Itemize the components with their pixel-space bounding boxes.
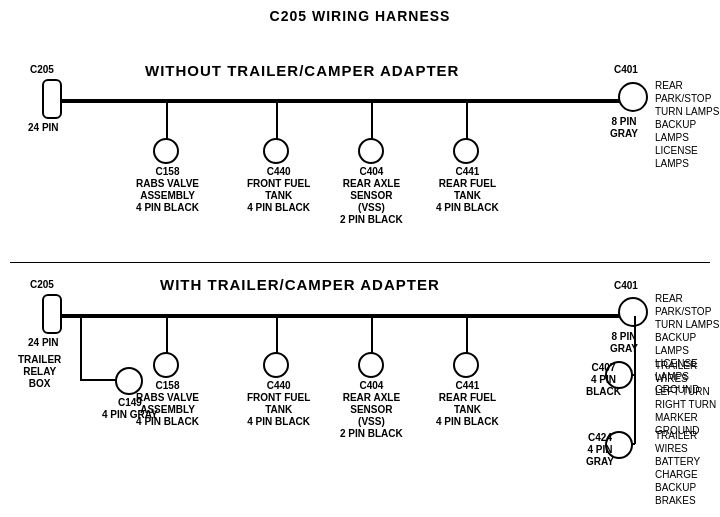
- c158-top-circle: [153, 138, 179, 164]
- c440-bot-vline: [276, 316, 278, 356]
- c404-bot-label: C404REAR AXLESENSOR(VSS)2 PIN BLACK: [340, 380, 403, 440]
- c441-top-vline: [466, 101, 468, 141]
- c407-desc: TRAILER WIRESLEFT TURNRIGHT TURNMARKERGR…: [655, 359, 720, 437]
- c441-bot-circle: [453, 352, 479, 378]
- c158-top-label: C158RABS VALVEASSEMBLY4 PIN BLACK: [136, 166, 199, 214]
- c158-bot-circle: [153, 352, 179, 378]
- c158-top-vline: [166, 101, 168, 141]
- c407-label: C4074 PINBLACK: [586, 362, 621, 398]
- c158-bot-vline: [166, 316, 168, 356]
- c441-top-circle: [453, 138, 479, 164]
- c404-bot-circle: [358, 352, 384, 378]
- c404-top-label: C404REAR AXLESENSOR(VSS)2 PIN BLACK: [340, 166, 403, 226]
- c404-top-vline: [371, 101, 373, 141]
- c407-vline-main: [634, 316, 636, 376]
- c158-bot-label: C158RABS VALVEASSEMBLY4 PIN BLACK: [136, 380, 199, 428]
- c205-top-label: C205: [30, 64, 54, 76]
- main-line-bot: [60, 314, 635, 318]
- c205-bot-rect: [42, 294, 62, 334]
- section1-label: WITHOUT TRAILER/CAMPER ADAPTER: [145, 62, 459, 79]
- c401-top-sublabel: 8 PINGRAY: [610, 116, 638, 140]
- c440-bot-circle: [263, 352, 289, 378]
- c424-desc: TRAILER WIRESBATTERY CHARGEBACKUPBRAKES: [655, 429, 720, 507]
- section-divider: [10, 262, 710, 263]
- c205-bot-label: C205: [30, 279, 54, 291]
- c205-top-rect: [42, 79, 62, 119]
- page-title: C205 WIRING HARNESS: [0, 0, 720, 24]
- c401-bot-label: C401: [614, 280, 638, 292]
- c441-bot-label: C441REAR FUELTANK4 PIN BLACK: [436, 380, 499, 428]
- c404-top-circle: [358, 138, 384, 164]
- diagram-container: WITHOUT TRAILER/CAMPER ADAPTER C205 24 P…: [0, 24, 720, 517]
- c404-bot-vline: [371, 316, 373, 356]
- c401-top-circle: [618, 82, 648, 112]
- c205-top-sublabel: 24 PIN: [28, 122, 59, 134]
- c441-bot-vline: [466, 316, 468, 356]
- c205-bot-sublabel: 24 PIN: [28, 337, 59, 349]
- section2-label: WITH TRAILER/CAMPER ADAPTER: [160, 276, 440, 293]
- c440-top-label: C440FRONT FUELTANK4 PIN BLACK: [247, 166, 310, 214]
- c424-vline: [634, 374, 636, 444]
- main-line-top: [60, 99, 635, 103]
- c440-top-circle: [263, 138, 289, 164]
- c440-top-vline: [276, 101, 278, 141]
- c401-top-label: C401: [614, 64, 638, 76]
- c424-label: C4244 PINGRAY: [586, 432, 614, 468]
- c149-hline: [80, 379, 120, 381]
- c441-top-label: C441REAR FUELTANK4 PIN BLACK: [436, 166, 499, 214]
- trailer-relay-label: TRAILERRELAYBOX: [18, 354, 61, 390]
- c440-bot-label: C440FRONT FUELTANK4 PIN BLACK: [247, 380, 310, 428]
- c401-top-desc: REAR PARK/STOPTURN LAMPSBACKUP LAMPSLICE…: [655, 79, 720, 170]
- c149-vline: [80, 316, 82, 381]
- c401-bot-circle: [618, 297, 648, 327]
